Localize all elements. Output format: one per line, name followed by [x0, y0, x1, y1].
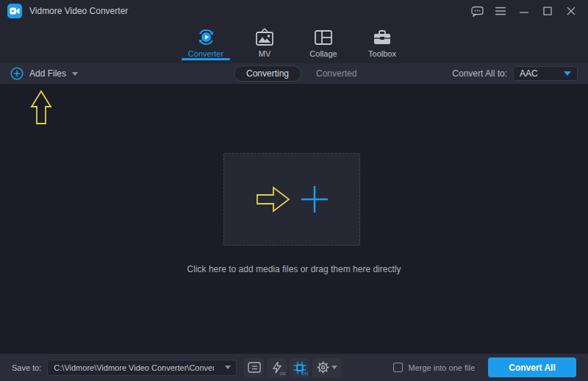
tab-converter[interactable]: Converter	[176, 22, 235, 63]
converted-label: Converted	[316, 68, 356, 79]
menu-icon[interactable]	[491, 3, 510, 19]
convert-all-to-label: Convert All to:	[452, 68, 507, 79]
chip-state-label: ON	[301, 371, 308, 376]
active-tab-underline	[182, 58, 230, 60]
settings-caret-icon	[331, 366, 337, 369]
tab-collage-label: Collage	[309, 49, 337, 58]
footer-bar: Save to: Off	[0, 354, 588, 381]
converting-label: Converting	[246, 68, 289, 79]
save-path-box	[47, 360, 237, 376]
settings-gear-icon	[317, 361, 329, 374]
output-format-value: AAC	[520, 68, 564, 79]
collage-grid-icon	[314, 27, 333, 47]
tab-toolbox[interactable]: Toolbox	[353, 22, 412, 63]
main-nav: Converter MV Collage	[0, 22, 588, 63]
save-to-label: Save to:	[12, 363, 41, 372]
output-folder-button[interactable]	[244, 358, 264, 377]
drop-hint-text: Click here to add media files or drag th…	[0, 264, 588, 274]
tab-converter-label: Converter	[188, 49, 223, 58]
media-dropzone[interactable]	[223, 153, 360, 246]
tab-toolbox-label: Toolbox	[368, 49, 396, 58]
save-path-caret-icon	[225, 366, 231, 369]
converting-tab[interactable]: Converting	[234, 65, 301, 82]
feedback-bubble-icon[interactable]	[467, 3, 487, 19]
lightning-state-label: Off	[279, 371, 285, 376]
app-logo-icon	[7, 4, 22, 18]
mv-tv-icon	[255, 27, 274, 47]
tab-mv[interactable]: MV	[235, 22, 294, 63]
maximize-icon[interactable]	[538, 3, 557, 19]
save-path-caret[interactable]	[220, 360, 236, 375]
add-files-label: Add Files	[29, 68, 66, 79]
add-files-button[interactable]: Add Files	[10, 67, 78, 80]
gpu-acceleration-button[interactable]: ON	[290, 358, 309, 377]
blue-plus-icon	[300, 185, 329, 214]
add-plus-circle-icon	[10, 67, 24, 80]
tab-mv-label: MV	[259, 49, 271, 58]
merge-checkbox[interactable]	[393, 363, 403, 372]
high-speed-toggle-button[interactable]: Off	[267, 358, 287, 377]
yellow-up-arrow-annotation	[28, 88, 54, 127]
titlebar: Vidmore Video Converter	[0, 0, 588, 22]
save-path-input[interactable]	[48, 363, 220, 372]
close-icon[interactable]	[562, 3, 581, 19]
merge-label: Merge into one file	[409, 363, 476, 372]
settings-button[interactable]	[312, 358, 342, 377]
merge-group: Merge into one file	[393, 363, 476, 372]
window-title: Vidmore Video Converter	[29, 6, 128, 16]
output-format-select[interactable]: AAC	[513, 66, 578, 81]
convert-all-to-group: Convert All to: AAC	[452, 66, 578, 81]
add-files-caret-icon	[72, 72, 78, 76]
output-folder-icon	[248, 362, 261, 373]
yellow-right-arrow-cursor	[254, 185, 291, 214]
converter-sync-play-icon	[196, 27, 216, 47]
tab-collage[interactable]: Collage	[294, 22, 353, 63]
queue-segment: Converting Converted	[234, 65, 371, 82]
format-caret-icon	[564, 71, 571, 76]
converted-tab[interactable]: Converted	[301, 68, 371, 79]
toolbox-briefcase-icon	[373, 27, 392, 47]
main-area: Click here to add media files or drag th…	[0, 84, 588, 354]
sub-toolbar: Add Files Converting Converted Convert A…	[0, 63, 588, 84]
minimize-icon[interactable]	[514, 3, 534, 19]
convert-all-button[interactable]: Convert All	[488, 357, 576, 377]
